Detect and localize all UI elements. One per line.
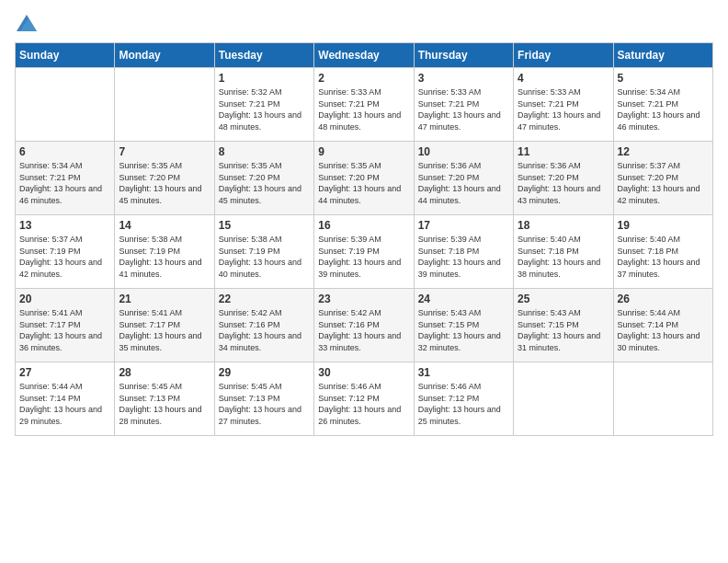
calendar-cell: 26Sunrise: 5:44 AM Sunset: 7:14 PM Dayli…	[613, 289, 712, 362]
calendar-table: SundayMondayTuesdayWednesdayThursdayFrid…	[15, 42, 713, 436]
day-number: 5	[618, 72, 709, 85]
cell-info: Sunrise: 5:41 AM Sunset: 7:17 PM Dayligh…	[19, 307, 110, 353]
cell-info: Sunrise: 5:42 AM Sunset: 7:16 PM Dayligh…	[318, 307, 409, 353]
calendar-cell: 25Sunrise: 5:43 AM Sunset: 7:15 PM Dayli…	[514, 289, 613, 362]
calendar-cell	[115, 68, 214, 142]
day-number: 9	[318, 145, 409, 158]
day-number: 19	[618, 219, 709, 232]
calendar-cell: 14Sunrise: 5:38 AM Sunset: 7:19 PM Dayli…	[115, 215, 214, 289]
day-number: 30	[318, 366, 409, 379]
cell-info: Sunrise: 5:39 AM Sunset: 7:18 PM Dayligh…	[418, 234, 509, 280]
logo	[15, 15, 37, 31]
calendar-cell: 17Sunrise: 5:39 AM Sunset: 7:18 PM Dayli…	[414, 215, 513, 289]
calendar-cell: 18Sunrise: 5:40 AM Sunset: 7:18 PM Dayli…	[514, 215, 613, 289]
day-number: 1	[219, 72, 310, 85]
day-number: 12	[618, 145, 709, 158]
day-header-sunday: Sunday	[16, 43, 115, 68]
day-number: 16	[318, 219, 409, 232]
day-header-tuesday: Tuesday	[214, 43, 313, 68]
cell-info: Sunrise: 5:40 AM Sunset: 7:18 PM Dayligh…	[618, 234, 709, 280]
calendar-body: 1Sunrise: 5:32 AM Sunset: 7:21 PM Daylig…	[16, 68, 713, 436]
cell-info: Sunrise: 5:32 AM Sunset: 7:21 PM Dayligh…	[219, 86, 310, 132]
calendar-week-row: 27Sunrise: 5:44 AM Sunset: 7:14 PM Dayli…	[16, 362, 713, 436]
calendar-cell: 22Sunrise: 5:42 AM Sunset: 7:16 PM Dayli…	[214, 289, 313, 362]
cell-info: Sunrise: 5:40 AM Sunset: 7:18 PM Dayligh…	[518, 234, 609, 280]
calendar-week-row: 1Sunrise: 5:32 AM Sunset: 7:21 PM Daylig…	[16, 68, 713, 142]
calendar-cell: 15Sunrise: 5:38 AM Sunset: 7:19 PM Dayli…	[214, 215, 313, 289]
cell-info: Sunrise: 5:42 AM Sunset: 7:16 PM Dayligh…	[219, 307, 310, 353]
day-number: 11	[518, 145, 609, 158]
day-number: 17	[418, 219, 509, 232]
day-number: 25	[518, 293, 609, 305]
calendar-cell: 24Sunrise: 5:43 AM Sunset: 7:15 PM Dayli…	[414, 289, 513, 362]
day-header-saturday: Saturday	[613, 43, 712, 68]
cell-info: Sunrise: 5:38 AM Sunset: 7:19 PM Dayligh…	[219, 234, 310, 280]
cell-info: Sunrise: 5:46 AM Sunset: 7:12 PM Dayligh…	[318, 381, 409, 427]
calendar-cell: 6Sunrise: 5:34 AM Sunset: 7:21 PM Daylig…	[16, 142, 115, 215]
day-number: 4	[518, 72, 609, 85]
cell-info: Sunrise: 5:44 AM Sunset: 7:14 PM Dayligh…	[19, 381, 110, 427]
cell-info: Sunrise: 5:45 AM Sunset: 7:13 PM Dayligh…	[219, 381, 310, 427]
cell-info: Sunrise: 5:41 AM Sunset: 7:17 PM Dayligh…	[119, 307, 210, 353]
calendar-cell: 21Sunrise: 5:41 AM Sunset: 7:17 PM Dayli…	[115, 289, 214, 362]
day-number: 3	[418, 72, 509, 85]
calendar-cell: 7Sunrise: 5:35 AM Sunset: 7:20 PM Daylig…	[115, 142, 214, 215]
calendar-cell: 19Sunrise: 5:40 AM Sunset: 7:18 PM Dayli…	[613, 215, 712, 289]
cell-info: Sunrise: 5:33 AM Sunset: 7:21 PM Dayligh…	[418, 86, 509, 132]
calendar-cell: 20Sunrise: 5:41 AM Sunset: 7:17 PM Dayli…	[16, 289, 115, 362]
cell-info: Sunrise: 5:38 AM Sunset: 7:19 PM Dayligh…	[119, 234, 210, 280]
calendar-week-row: 13Sunrise: 5:37 AM Sunset: 7:19 PM Dayli…	[16, 215, 713, 289]
cell-info: Sunrise: 5:34 AM Sunset: 7:21 PM Dayligh…	[618, 86, 709, 132]
day-number: 28	[119, 366, 210, 379]
cell-info: Sunrise: 5:46 AM Sunset: 7:12 PM Dayligh…	[418, 381, 509, 427]
day-number: 31	[418, 366, 509, 379]
cell-info: Sunrise: 5:33 AM Sunset: 7:21 PM Dayligh…	[518, 86, 609, 132]
calendar-cell: 30Sunrise: 5:46 AM Sunset: 7:12 PM Dayli…	[314, 362, 414, 436]
calendar-week-row: 6Sunrise: 5:34 AM Sunset: 7:21 PM Daylig…	[16, 142, 713, 215]
calendar-cell: 28Sunrise: 5:45 AM Sunset: 7:13 PM Dayli…	[115, 362, 214, 436]
cell-info: Sunrise: 5:39 AM Sunset: 7:19 PM Dayligh…	[318, 234, 409, 280]
calendar-cell: 2Sunrise: 5:33 AM Sunset: 7:21 PM Daylig…	[314, 68, 414, 142]
calendar-header-row: SundayMondayTuesdayWednesdayThursdayFrid…	[16, 43, 713, 68]
cell-info: Sunrise: 5:43 AM Sunset: 7:15 PM Dayligh…	[518, 307, 609, 353]
cell-info: Sunrise: 5:36 AM Sunset: 7:20 PM Dayligh…	[418, 160, 509, 206]
calendar-cell: 3Sunrise: 5:33 AM Sunset: 7:21 PM Daylig…	[414, 68, 513, 142]
calendar-cell: 9Sunrise: 5:35 AM Sunset: 7:20 PM Daylig…	[314, 142, 414, 215]
cell-info: Sunrise: 5:44 AM Sunset: 7:14 PM Dayligh…	[618, 307, 709, 353]
day-number: 8	[219, 145, 310, 158]
day-header-monday: Monday	[115, 43, 214, 68]
calendar-cell: 16Sunrise: 5:39 AM Sunset: 7:19 PM Dayli…	[314, 215, 414, 289]
calendar-cell: 12Sunrise: 5:37 AM Sunset: 7:20 PM Dayli…	[613, 142, 712, 215]
calendar-cell	[613, 362, 712, 436]
cell-info: Sunrise: 5:37 AM Sunset: 7:20 PM Dayligh…	[618, 160, 709, 206]
cell-info: Sunrise: 5:45 AM Sunset: 7:13 PM Dayligh…	[119, 381, 210, 427]
day-number: 24	[418, 293, 509, 305]
logo-icon	[17, 15, 37, 31]
cell-info: Sunrise: 5:43 AM Sunset: 7:15 PM Dayligh…	[418, 307, 509, 353]
cell-info: Sunrise: 5:36 AM Sunset: 7:20 PM Dayligh…	[518, 160, 609, 206]
day-number: 23	[318, 293, 409, 305]
day-number: 21	[119, 293, 210, 305]
cell-info: Sunrise: 5:35 AM Sunset: 7:20 PM Dayligh…	[119, 160, 210, 206]
calendar-cell: 1Sunrise: 5:32 AM Sunset: 7:21 PM Daylig…	[214, 68, 313, 142]
day-number: 7	[119, 145, 210, 158]
calendar-cell: 11Sunrise: 5:36 AM Sunset: 7:20 PM Dayli…	[514, 142, 613, 215]
cell-info: Sunrise: 5:37 AM Sunset: 7:19 PM Dayligh…	[19, 234, 110, 280]
day-number: 13	[19, 219, 110, 232]
day-header-friday: Friday	[514, 43, 613, 68]
calendar-cell: 4Sunrise: 5:33 AM Sunset: 7:21 PM Daylig…	[514, 68, 613, 142]
day-number: 14	[119, 219, 210, 232]
day-number: 29	[219, 366, 310, 379]
calendar-cell: 27Sunrise: 5:44 AM Sunset: 7:14 PM Dayli…	[16, 362, 115, 436]
day-number: 20	[19, 293, 110, 305]
calendar-cell: 5Sunrise: 5:34 AM Sunset: 7:21 PM Daylig…	[613, 68, 712, 142]
day-number: 2	[318, 72, 409, 85]
cell-info: Sunrise: 5:35 AM Sunset: 7:20 PM Dayligh…	[318, 160, 409, 206]
day-number: 26	[618, 293, 709, 305]
day-number: 22	[219, 293, 310, 305]
calendar-cell	[16, 68, 115, 142]
day-number: 18	[518, 219, 609, 232]
cell-info: Sunrise: 5:34 AM Sunset: 7:21 PM Dayligh…	[19, 160, 110, 206]
day-number: 15	[219, 219, 310, 232]
calendar-cell	[514, 362, 613, 436]
